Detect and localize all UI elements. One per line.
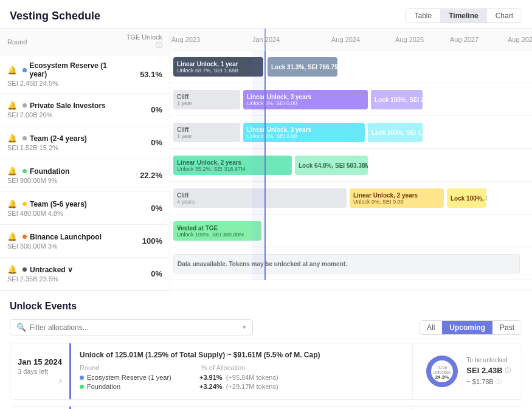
event-pie-jan: To be unlocked 24.3% To be unlocked SEI … — [412, 343, 522, 399]
bar-foundation-lock: Lock 64.8%, SEI 583.38M — [295, 156, 368, 175]
bell-icon-untracked: 🔔 — [7, 265, 17, 274]
info-icon-usd-jan[interactable]: ⓘ — [496, 377, 502, 386]
dot-binance — [22, 235, 27, 239]
trow-foundation: Linear Unlock, 2 years Unlock 35.2%, SEI… — [170, 149, 532, 182]
tl-aug2023: Aug 2023 — [171, 36, 200, 43]
trow-team24: Cliff 1 year Linear Unlock, 3 years Unlo… — [170, 116, 532, 149]
info-icon-sei-jan[interactable]: ⓘ — [505, 366, 511, 375]
bar-untracked: Data unavailable. Tokens may be unlocked… — [173, 254, 520, 273]
dot-foundation — [22, 169, 27, 173]
bar-team24-cliff: Cliff 1 year — [173, 123, 240, 142]
event-main-feb: Unlock of 125.01M (1.25% of Total Supply… — [71, 407, 412, 409]
event-row-jan-ecosystem: Ecosystem Reserve (1 year) +3.91% (+95.8… — [80, 374, 404, 381]
event-main-jan: Unlock of 125.01M (1.25% of Total Supply… — [71, 343, 412, 399]
svg-text:To be: To be — [437, 365, 447, 369]
bar-team56-linear: Linear Unlock, 2 years Unlock 0%, SEI 0.… — [350, 188, 444, 208]
tge-team56: 0% — [120, 204, 162, 213]
dot-team24 — [22, 136, 27, 140]
filter-tabs: All Upcoming Past — [419, 320, 522, 335]
view-tabs: Table Timeline Chart — [406, 9, 523, 23]
tab-timeline[interactable]: Timeline — [440, 9, 486, 22]
page: Vesting Schedule Table Timeline Chart Ro… — [0, 0, 532, 409]
timeline-header: Aug 2023 Jan 2024 Aug 2024 Aug 2025 Aug … — [170, 29, 532, 50]
vesting-row-team24: 🔔 Team (2-4 years) SEI 1.52B 15.2% 0% — [0, 126, 170, 159]
vesting-left-header: Round TGE Unlock ⓘ — [0, 29, 170, 55]
trow-ecosystem: Linear Unlock, 1 year Unlock 68.7%, SEI … — [170, 50, 532, 83]
event-date-jan: Jan 15 2024 3 days left › — [10, 343, 71, 399]
svg-text:24.3%: 24.3% — [435, 374, 449, 380]
tge-team24: 0% — [120, 138, 162, 147]
bar-ecosystem-2: Lock 31.3%, SEI 766.75M — [268, 57, 337, 77]
tl-aug2024: Aug 2024 — [331, 36, 360, 43]
filter-input-wrap[interactable]: 🔍 ▾ — [10, 319, 253, 335]
round-sub-team24: SEI 1.52B 15.2% — [7, 144, 120, 151]
tl-aug2025: Aug 2025 — [395, 36, 424, 43]
trow-private: Cliff 1 year Linear Unlock, 3 years Unlo… — [170, 83, 532, 116]
dot-team56 — [22, 202, 27, 206]
round-sub-team56: SEI 480.00M 4.8% — [7, 210, 120, 217]
bell-icon-team24: 🔔 — [7, 134, 17, 143]
vesting-row-binance: 🔔 Binance Launchpool SEI 300.00M 3% 100% — [0, 225, 170, 258]
timeline-panel: Aug 2023 Jan 2024 Aug 2024 Aug 2025 Aug … — [170, 29, 532, 290]
bar-private-lock: Lock 100%, SEI 2.00B — [371, 90, 423, 109]
vesting-row-untracked: 🔔 Untracked ∨ SEI 2.35B 23.5% 0% — [0, 258, 170, 290]
unlock-events-title: Unlock Events — [10, 301, 522, 312]
tge-foundation: 22.2% — [120, 171, 162, 180]
header: Vesting Schedule Table Timeline Chart — [0, 0, 532, 29]
chevron-down-icon: ▾ — [243, 323, 246, 331]
round-sub-untracked: SEI 2.35B 23.5% — [7, 275, 120, 283]
vline-header — [264, 29, 266, 50]
dot-private — [22, 103, 27, 108]
filter-tab-upcoming[interactable]: Upcoming — [442, 321, 492, 334]
bar-team56-cliff: Cliff 4 years — [173, 188, 347, 208]
filter-input[interactable] — [30, 323, 240, 332]
dot-untracked — [22, 267, 27, 272]
tge-info-icon[interactable]: ⓘ — [156, 41, 162, 49]
filter-tab-all[interactable]: All — [420, 321, 442, 334]
col-round-header: Round — [7, 38, 120, 46]
filter-tab-past[interactable]: Past — [492, 321, 522, 334]
bar-foundation-linear: Linear Unlock, 2 years Unlock 35.2%, SEI… — [173, 156, 292, 175]
dot-ecosystem — [22, 68, 27, 72]
page-title: Vesting Schedule — [10, 10, 100, 22]
tge-private: 0% — [120, 105, 162, 114]
round-sub-foundation: SEI 900.00M 9% — [7, 177, 120, 184]
tab-chart[interactable]: Chart — [487, 9, 522, 22]
vesting-row-foundation: 🔔 Foundation SEI 900.00M 9% 22.2% — [0, 159, 170, 192]
svg-text:unlocked: unlocked — [434, 370, 451, 374]
bell-icon-foundation: 🔔 — [7, 167, 17, 176]
event-pie-feb: To be unlocked 25.5% To be unlocked SEI … — [412, 407, 522, 409]
pie-chart-jan: To be unlocked 24.3% — [424, 353, 460, 390]
tab-table[interactable]: Table — [406, 9, 441, 22]
tge-untracked: 0% — [120, 269, 162, 278]
tl-jan2024: Jan 2024 — [252, 36, 280, 43]
dot-jan-foundation — [80, 385, 84, 389]
round-sub-private: SEI 2.00B 20% — [7, 111, 120, 119]
vesting-area: Round TGE Unlock ⓘ 🔔 Ecosystem Reserve (… — [0, 29, 532, 291]
tl-aug2027: Aug 2027 — [450, 36, 478, 43]
vesting-left: Round TGE Unlock ⓘ 🔔 Ecosystem Reserve (… — [0, 29, 170, 290]
trow-team56: Cliff 4 years Linear Unlock, 2 years Unl… — [170, 182, 532, 215]
filter-bar: 🔍 ▾ All Upcoming Past — [10, 319, 522, 335]
bar-team56-lock: Lock 100%, SEI 480.M — [447, 188, 486, 208]
bar-ecosystem-1: Linear Unlock, 1 year Unlock 68.7%, SEI … — [173, 57, 263, 77]
search-icon: 🔍 — [16, 323, 26, 332]
unlock-events-section: Unlock Events 🔍 ▾ All Upcoming Past Jan … — [0, 291, 532, 409]
event-card-jan: Jan 15 2024 3 days left › Unlock of 125.… — [10, 343, 522, 400]
event-date-feb: Feb 15 2024 34 days left › — [10, 407, 71, 409]
trow-untracked: Data unavailable. Tokens may be unlocked… — [170, 247, 532, 280]
bar-team24-lock: Lock 100%, SEI 1.52B — [368, 123, 423, 142]
events-list: Jan 15 2024 3 days left › Unlock of 125.… — [10, 343, 522, 409]
round-sub-binance: SEI 300.00M 3% — [7, 242, 120, 250]
bar-binance: Vested at TGE Unlock 100%, SEI 300.00M — [173, 221, 261, 241]
bar-team24-linear: Linear Unlock, 3 years Unlock 0%, SEI 0.… — [243, 123, 365, 142]
vesting-row-ecosystem: 🔔 Ecosystem Reserve (1 year) SEI 2.45B 2… — [0, 55, 170, 94]
tge-binance: 100% — [120, 236, 162, 246]
tge-ecosystem: 53.1% — [120, 70, 162, 79]
bell-icon-team56: 🔔 — [7, 199, 17, 208]
bell-icon-ecosystem: 🔔 — [7, 66, 17, 75]
bell-icon-private: 🔔 — [7, 101, 17, 110]
dot-jan-ecosystem — [80, 376, 84, 380]
event-row-jan-foundation: Foundation +3.24% (+29.17M tokens) — [80, 383, 404, 390]
tl-aug2029: Aug 2029 — [508, 36, 532, 43]
